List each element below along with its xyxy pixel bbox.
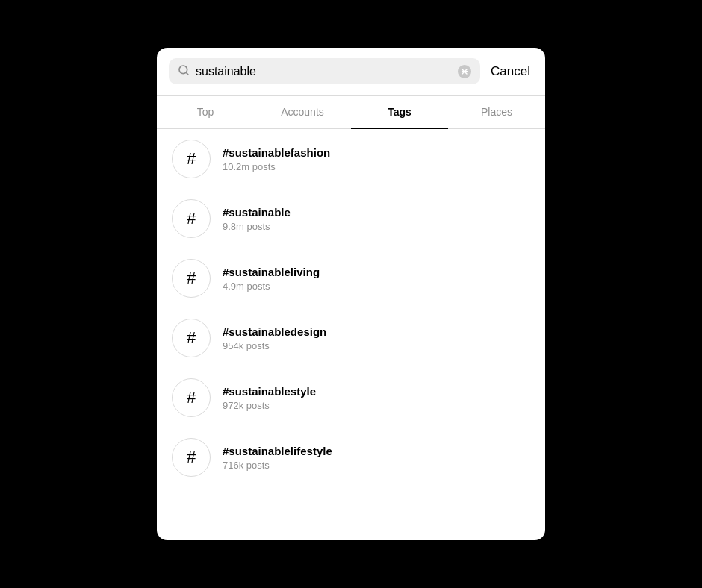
result-text: #sustainableliving 4.9m posts <box>223 266 320 292</box>
svg-line-1 <box>186 72 188 75</box>
result-text: #sustainable 9.8m posts <box>223 206 291 232</box>
result-meta: 9.8m posts <box>223 221 291 232</box>
list-item[interactable]: # #sustainableliving 4.9m posts <box>157 248 545 308</box>
tabs-bar: Top Accounts Tags Places <box>157 96 545 129</box>
result-meta: 972k posts <box>223 400 316 411</box>
results-list: # #sustainablefashion 10.2m posts # #sus… <box>157 129 545 487</box>
tab-top[interactable]: Top <box>157 96 254 128</box>
result-meta: 954k posts <box>223 340 326 351</box>
result-name: #sustainabledesign <box>223 325 326 338</box>
hashtag-icon: # <box>187 388 196 407</box>
search-icon <box>178 64 190 78</box>
hashtag-avatar: # <box>172 378 211 417</box>
hashtag-avatar: # <box>172 199 211 238</box>
tab-accounts[interactable]: Accounts <box>254 96 351 128</box>
hashtag-icon: # <box>187 328 196 348</box>
result-text: #sustainablefashion 10.2m posts <box>223 146 330 172</box>
search-modal: Cancel Top Accounts Tags Places # #susta… <box>157 48 545 540</box>
hashtag-icon: # <box>187 209 196 228</box>
result-meta: 10.2m posts <box>223 161 330 172</box>
result-meta: 4.9m posts <box>223 281 320 292</box>
result-text: #sustainablestyle 972k posts <box>223 385 316 411</box>
result-name: #sustainableliving <box>223 266 320 278</box>
search-input[interactable] <box>196 65 452 78</box>
list-item[interactable]: # #sustainable 9.8m posts <box>157 189 545 248</box>
list-item[interactable]: # #sustainablelifestyle 716k posts <box>157 428 545 487</box>
clear-icon <box>461 68 468 75</box>
search-bar: Cancel <box>157 48 545 96</box>
result-text: #sustainablelifestyle 716k posts <box>223 445 332 471</box>
search-input-wrapper <box>169 58 480 84</box>
hashtag-icon: # <box>187 448 196 467</box>
result-name: #sustainable <box>223 206 291 219</box>
list-item[interactable]: # #sustainablefashion 10.2m posts <box>157 129 545 189</box>
hashtag-avatar: # <box>172 438 211 477</box>
result-name: #sustainablefashion <box>223 146 330 159</box>
hashtag-avatar: # <box>172 140 211 178</box>
list-item[interactable]: # #sustainablestyle 972k posts <box>157 368 545 428</box>
tab-places[interactable]: Places <box>448 96 545 128</box>
list-item[interactable]: # #sustainabledesign 954k posts <box>157 308 545 368</box>
result-text: #sustainabledesign 954k posts <box>223 325 326 351</box>
tab-tags[interactable]: Tags <box>351 96 448 128</box>
hashtag-avatar: # <box>172 259 211 298</box>
result-meta: 716k posts <box>223 460 332 471</box>
hashtag-icon: # <box>187 269 196 288</box>
cancel-button[interactable]: Cancel <box>488 64 533 79</box>
hashtag-avatar: # <box>172 319 211 357</box>
clear-button[interactable] <box>458 65 471 78</box>
hashtag-icon: # <box>187 149 196 169</box>
result-name: #sustainablelifestyle <box>223 445 332 457</box>
result-name: #sustainablestyle <box>223 385 316 398</box>
